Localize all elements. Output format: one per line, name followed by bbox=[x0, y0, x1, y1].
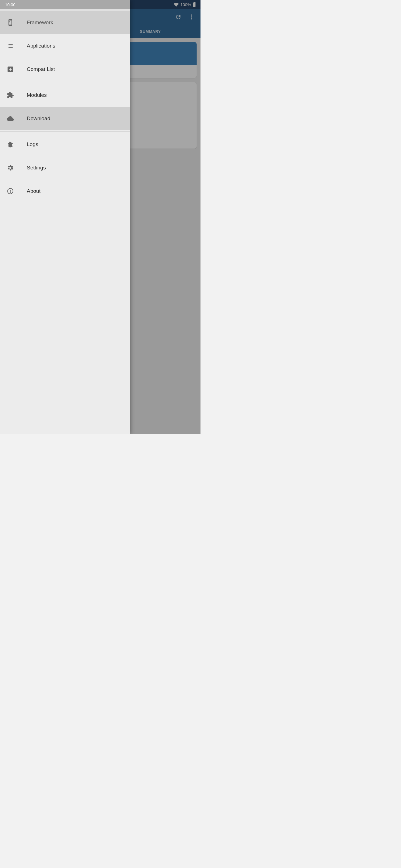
info-icon bbox=[7, 187, 27, 195]
bug-icon bbox=[7, 141, 27, 148]
drawer-item-settings[interactable]: Settings bbox=[0, 156, 130, 180]
drawer-item-label: About bbox=[27, 188, 41, 194]
drawer-item-compat-list[interactable]: Compat List bbox=[0, 58, 130, 81]
puzzle-icon bbox=[7, 92, 27, 99]
drawer-item-label: Modules bbox=[27, 92, 47, 98]
navigation-drawer: 10:00 Framework Applications Compat List bbox=[0, 0, 130, 434]
drawer-item-modules[interactable]: Modules bbox=[0, 84, 130, 107]
gear-icon bbox=[7, 164, 27, 172]
drawer-item-label: Framework bbox=[27, 20, 53, 26]
drawer-item-label: Logs bbox=[27, 141, 38, 148]
drawer-clock-text: 10:00 bbox=[5, 2, 16, 7]
drawer-item-applications[interactable]: Applications bbox=[0, 34, 130, 58]
drawer-item-label: Download bbox=[27, 116, 50, 122]
plus-square-icon bbox=[7, 66, 27, 73]
device-gear-icon bbox=[7, 19, 27, 26]
drawer-item-label: Applications bbox=[27, 43, 55, 49]
cloud-icon bbox=[7, 115, 27, 122]
drawer-group-2: Logs Settings About bbox=[0, 133, 130, 203]
drawer-item-label: Settings bbox=[27, 165, 46, 171]
drawer-group-0: Framework Applications Compat List bbox=[0, 11, 130, 81]
drawer-item-logs[interactable]: Logs bbox=[0, 133, 130, 156]
drawer-item-label: Compat List bbox=[27, 66, 55, 72]
drawer-item-framework[interactable]: Framework bbox=[0, 11, 130, 34]
drawer-status-strip: 10:00 bbox=[0, 0, 130, 9]
drawer-group-1: Modules Download bbox=[0, 84, 130, 130]
drawer-item-about[interactable]: About bbox=[0, 180, 130, 203]
drawer-divider bbox=[0, 131, 130, 132]
list-icon bbox=[7, 42, 27, 50]
drawer-item-download[interactable]: Download bbox=[0, 107, 130, 130]
